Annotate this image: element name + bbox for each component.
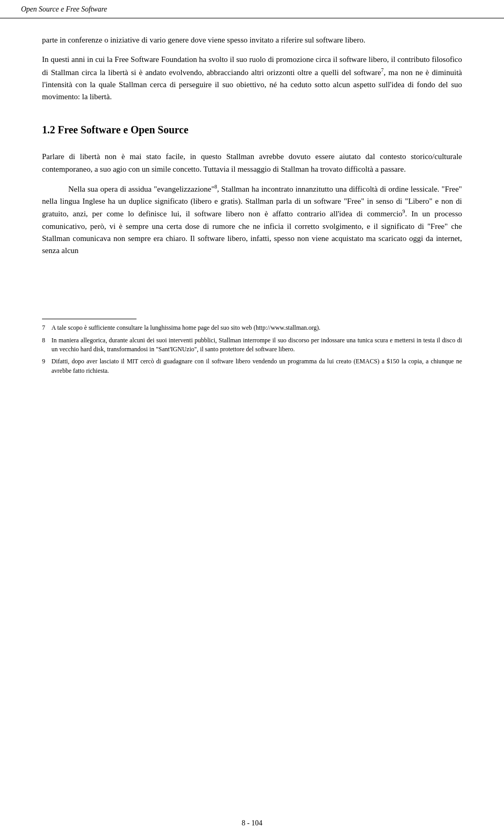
page-header: Open Source e Free Software	[0, 0, 504, 18]
footnote-7: 7 A tale scopo è sufficiente consultare …	[42, 323, 462, 332]
footnote-9-num: 9	[42, 357, 49, 375]
section-heading: 1.2 Free Software e Open Source	[42, 122, 462, 138]
main-content: parte in conferenze o iniziative di vari…	[0, 18, 504, 306]
footnote-9-text: Difatti, dopo aver lasciato il MIT cercò…	[51, 357, 462, 375]
footnotes-section: 7 A tale scopo è sufficiente consultare …	[0, 319, 504, 375]
footnote-7-num: 7	[42, 323, 49, 332]
footnote-8: 8 In maniera allegorica, durante alcuni …	[42, 336, 462, 354]
section-para-2: Nella sua opera di assidua "evangelizzaz…	[42, 183, 462, 257]
page-number: 8 - 104	[242, 819, 262, 827]
opening-paragraph: parte in conferenze o iniziative di vari…	[42, 34, 462, 46]
page-container: Open Source e Free Software parte in con…	[0, 0, 504, 838]
footnote-divider	[42, 319, 136, 319]
footnote-8-text: In maniera allegorica, durante alcuni de…	[51, 336, 462, 354]
footnote-9: 9 Difatti, dopo aver lasciato il MIT cer…	[42, 357, 462, 375]
section-para-1: Parlare di libertà non è mai stato facil…	[42, 151, 462, 175]
second-paragraph: In questi anni in cui la Free Software F…	[42, 54, 462, 103]
page-footer: 8 - 104	[0, 819, 504, 827]
header-title: Open Source e Free Software	[21, 5, 107, 13]
footnote-7-text: A tale scopo è sufficiente consultare la…	[51, 323, 320, 332]
footnote-8-num: 8	[42, 336, 49, 354]
